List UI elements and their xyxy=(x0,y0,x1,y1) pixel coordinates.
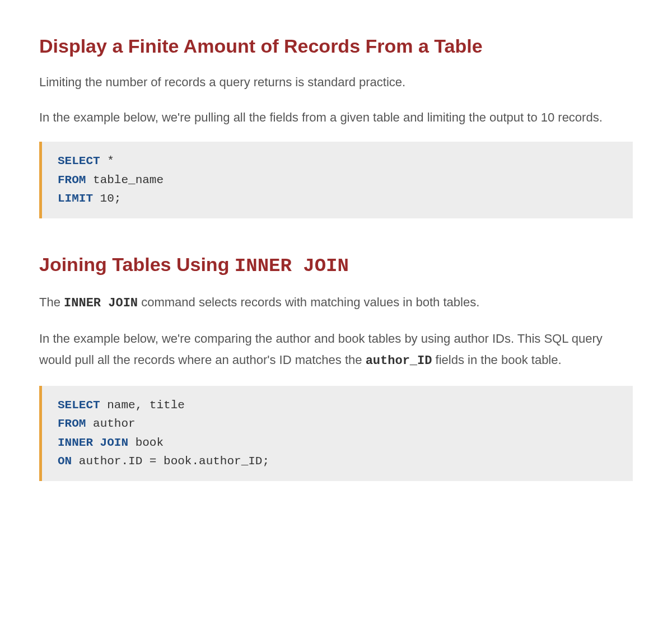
heading-text: Joining Tables Using xyxy=(39,254,235,275)
code-text: * xyxy=(100,155,114,167)
paragraph-text: command selects records with matching va… xyxy=(138,295,479,309)
code-block-join: SELECT name, title FROM author INNER JOI… xyxy=(39,386,633,481)
paragraph-text: fields in the book table. xyxy=(432,353,561,367)
code-line: FROM author xyxy=(58,414,617,433)
code-text: author.ID = book.author_ID; xyxy=(72,455,269,468)
code-text: name, title xyxy=(100,399,185,412)
heading-inner-join: Joining Tables Using INNER JOIN xyxy=(39,252,633,278)
sql-keyword-limit: LIMIT xyxy=(58,192,93,205)
code-line: LIMIT 10; xyxy=(58,189,617,208)
code-text: 10; xyxy=(93,192,121,205)
sql-keyword-on: ON xyxy=(58,455,72,468)
paragraph-limit-intro: Limiting the number of records a query r… xyxy=(39,72,633,94)
code-text: table_name xyxy=(86,174,164,186)
code-line: SELECT name, title xyxy=(58,396,617,415)
sql-keyword-inner-join: INNER JOIN xyxy=(58,436,128,449)
code-text: book xyxy=(128,436,164,449)
code-line: INNER JOIN book xyxy=(58,433,617,452)
sql-keyword-select: SELECT xyxy=(58,399,100,412)
sql-keyword-from: FROM xyxy=(58,417,86,430)
inline-code: INNER JOIN xyxy=(64,296,138,310)
code-text: author xyxy=(86,417,135,430)
section-inner-join: Joining Tables Using INNER JOIN The INNE… xyxy=(39,252,633,481)
paragraph-join-intro: The INNER JOIN command selects records w… xyxy=(39,292,633,315)
code-line: ON author.ID = book.author_ID; xyxy=(58,452,617,471)
paragraph-limit-example: In the example below, we're pulling all … xyxy=(39,107,633,129)
paragraph-text: The xyxy=(39,295,64,309)
inline-code: author_ID xyxy=(366,354,432,368)
heading-limit-records: Display a Finite Amount of Records From … xyxy=(39,34,633,58)
sql-keyword-select: SELECT xyxy=(58,155,100,167)
paragraph-join-example: In the example below, we're comparing th… xyxy=(39,328,633,372)
heading-mono: INNER JOIN xyxy=(235,255,349,277)
code-line: SELECT * xyxy=(58,152,617,171)
section-limit-records: Display a Finite Amount of Records From … xyxy=(39,34,633,218)
code-block-limit: SELECT * FROM table_name LIMIT 10; xyxy=(39,142,633,218)
sql-keyword-from: FROM xyxy=(58,174,86,186)
code-line: FROM table_name xyxy=(58,171,617,190)
